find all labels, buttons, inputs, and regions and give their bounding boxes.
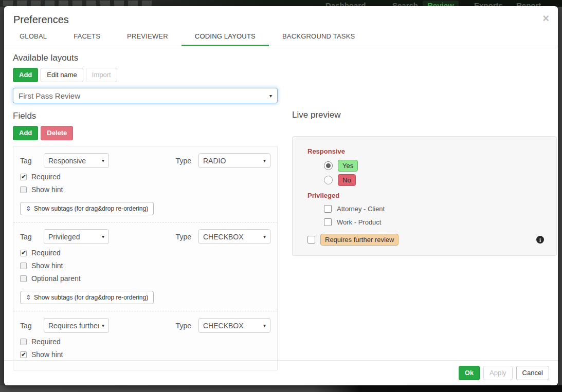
tag-label: Tag: [20, 233, 37, 241]
field-actions: Add Delete: [13, 126, 278, 140]
option-badge-no[interactable]: No: [338, 174, 356, 186]
chevron-down-icon: ▾: [263, 234, 266, 239]
tag-select[interactable]: Privileged ▾: [44, 229, 109, 244]
available-layouts-heading: Available layouts: [13, 53, 278, 63]
radio-icon[interactable]: [324, 176, 333, 184]
radio-icon[interactable]: [324, 161, 333, 170]
checkbox-label: Required: [31, 173, 61, 181]
fields-panel: Tag Responsive ▾ Type RADIO ▾ Required: [13, 146, 278, 370]
show-hint-checkbox[interactable]: Show hint: [20, 185, 270, 194]
checkbox-label: Attorney - Client: [337, 205, 385, 213]
preview-checkbox-option[interactable]: Work - Product: [324, 218, 548, 226]
background-footer-strip: [0, 385, 562, 392]
required-checkbox[interactable]: Required: [20, 249, 270, 257]
preview-checkbox-option[interactable]: Attorney - Client: [324, 205, 548, 213]
layout-actions: Add Edit name Import: [13, 68, 278, 82]
checkbox-icon: [20, 351, 27, 358]
live-preview-heading: Live preview: [292, 110, 557, 120]
preferences-modal: Preferences × GLOBAL FACETS PREVIEWER CO…: [4, 6, 558, 385]
checkbox-icon: [20, 250, 27, 256]
hint-field-badge[interactable]: Requires further review: [320, 234, 398, 246]
checkbox-icon[interactable]: [324, 218, 332, 226]
live-preview-column: Live preview Responsive Yes No Privilege…: [292, 110, 557, 256]
tag-type-row: Tag Requires further review ▾ Type CHECK…: [20, 318, 270, 333]
checkbox-icon[interactable]: [324, 205, 332, 213]
live-preview-panel: Responsive Yes No Privileged Attorney - …: [292, 136, 557, 256]
chevron-down-icon: ▾: [102, 158, 104, 163]
field-group-responsive: Tag Responsive ▾ Type RADIO ▾ Required: [13, 146, 277, 222]
show-subtags-button[interactable]: ⇕ Show subtags (for drag&drop re-orderin…: [20, 202, 154, 215]
checkbox-label: Show hint: [31, 262, 63, 270]
checkbox-icon[interactable]: [307, 236, 315, 244]
info-icon[interactable]: i: [536, 236, 544, 244]
preview-group-label-responsive: Responsive: [307, 147, 548, 155]
show-hint-checkbox[interactable]: Show hint: [20, 350, 270, 359]
field-group-privileged: Tag Privileged ▾ Type CHECKBOX ▾ Require…: [13, 222, 277, 311]
background-brand-logo: [3, 1, 153, 6]
tag-label: Tag: [20, 157, 37, 165]
tag-select-value: Responsive: [48, 157, 99, 165]
tag-select[interactable]: Requires further review ▾: [44, 318, 109, 333]
checkbox-icon: [20, 263, 27, 269]
tab-global[interactable]: GLOBAL: [6, 26, 60, 46]
chevron-down-icon: ▾: [102, 234, 104, 239]
chevron-down-icon: ▾: [102, 323, 104, 328]
layouts-column: Available layouts Add Edit name Import F…: [13, 53, 278, 370]
optional-parent-checkbox[interactable]: Optional parent: [20, 274, 270, 283]
type-select-value: CHECKBOX: [203, 322, 260, 330]
type-select[interactable]: CHECKBOX ▾: [198, 229, 270, 244]
show-hint-checkbox[interactable]: Show hint: [20, 262, 270, 270]
tag-type-row: Tag Responsive ▾ Type RADIO ▾: [20, 153, 270, 168]
type-label: Type: [176, 157, 198, 165]
fields-heading: Fields: [13, 111, 278, 121]
checkbox-icon: [20, 186, 27, 193]
type-label: Type: [176, 233, 198, 241]
preview-radio-option[interactable]: Yes: [324, 160, 548, 172]
checkbox-icon: [20, 275, 27, 282]
apply-button[interactable]: Apply: [483, 366, 513, 380]
checkbox-icon: [20, 174, 27, 180]
checkbox-label: Show hint: [31, 185, 63, 194]
type-select-value: CHECKBOX: [203, 233, 260, 241]
tab-coding-layouts[interactable]: CODING LAYOUTS: [182, 26, 269, 46]
show-subtags-button[interactable]: ⇕ Show subtags (for drag&drop re-orderin…: [20, 291, 154, 304]
preview-group-label-privileged: Privileged: [307, 192, 548, 199]
ok-button[interactable]: Ok: [459, 366, 480, 380]
layout-select[interactable]: First Pass Review ▾: [13, 88, 278, 103]
tab-background-tasks[interactable]: BACKGROUND TASKS: [269, 26, 368, 46]
sort-updown-icon: ⇕: [26, 294, 31, 301]
type-select[interactable]: CHECKBOX ▾: [198, 318, 270, 333]
tag-type-row: Tag Privileged ▾ Type CHECKBOX ▾: [20, 229, 270, 244]
checkbox-icon: [20, 339, 27, 345]
add-field-button[interactable]: Add: [13, 126, 38, 140]
layout-select-value: First Pass Review: [19, 91, 80, 100]
chevron-down-icon: ▾: [269, 93, 272, 99]
checkbox-label: Work - Product: [337, 218, 381, 226]
show-subtags-label: Show subtags (for drag&drop re-ordering): [34, 205, 148, 212]
type-select-value: RADIO: [203, 157, 260, 165]
checkbox-label: Optional parent: [31, 274, 81, 283]
type-select[interactable]: RADIO ▾: [198, 153, 270, 168]
tab-previewer[interactable]: PREVIEWER: [114, 26, 182, 46]
page-title: Preferences: [13, 14, 69, 26]
close-icon[interactable]: ×: [542, 13, 549, 24]
edit-name-button[interactable]: Edit name: [41, 68, 83, 82]
preview-radio-option[interactable]: No: [324, 174, 548, 186]
import-button[interactable]: Import: [86, 68, 117, 82]
tag-select-value: Requires further review: [48, 322, 99, 330]
required-checkbox[interactable]: Required: [20, 338, 270, 346]
tab-facets[interactable]: FACETS: [60, 26, 114, 46]
tag-select[interactable]: Responsive ▾: [44, 153, 109, 168]
delete-field-button[interactable]: Delete: [41, 126, 73, 140]
cancel-button[interactable]: Cancel: [516, 366, 549, 380]
type-label: Type: [176, 322, 198, 330]
tag-select-value: Privileged: [48, 233, 99, 241]
add-layout-button[interactable]: Add: [13, 68, 38, 82]
chevron-down-icon: ▾: [263, 158, 266, 163]
preview-hint-field-row: Requires further review i: [307, 234, 548, 246]
required-checkbox[interactable]: Required: [20, 173, 270, 181]
checkbox-label: Show hint: [31, 350, 63, 359]
checkbox-label: Required: [31, 249, 61, 257]
option-badge-yes[interactable]: Yes: [338, 160, 358, 172]
chevron-down-icon: ▾: [263, 323, 266, 328]
